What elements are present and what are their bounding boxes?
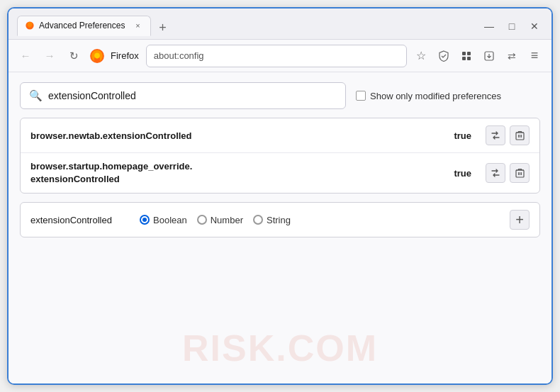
radio-string-circle <box>253 215 263 225</box>
shield-button[interactable] <box>434 46 454 66</box>
delete-button-2[interactable] <box>510 163 530 183</box>
show-modified-checkbox[interactable] <box>356 91 366 101</box>
pref-value-1: true <box>454 130 471 141</box>
svg-rect-3 <box>467 52 471 55</box>
firefox-logo <box>89 48 105 64</box>
tab-close-button[interactable]: × <box>132 20 143 31</box>
close-button[interactable]: ✕ <box>526 18 543 35</box>
window-controls: — □ ✕ <box>481 18 543 35</box>
maximize-button[interactable]: □ <box>503 18 520 35</box>
browser-window: Advanced Preferences × + — □ ✕ ← → ↻ Fir… <box>7 7 553 385</box>
tab-favicon <box>25 21 35 30</box>
watermark: RISK.COM <box>182 327 378 369</box>
radio-number-label: Number <box>211 215 243 225</box>
reload-button[interactable]: ↻ <box>64 46 84 66</box>
downloads-icon <box>483 50 495 62</box>
tab-title: Advanced Preferences <box>39 21 125 30</box>
radio-number-circle <box>197 215 207 225</box>
active-tab[interactable]: Advanced Preferences × <box>17 16 151 36</box>
back-button[interactable]: ← <box>16 46 35 66</box>
downloads-button[interactable] <box>479 46 499 66</box>
content-area: RISK.COM 🔍 extensionControlled Show only… <box>9 72 551 383</box>
forward-button[interactable]: → <box>40 46 60 66</box>
show-modified-label: Show only modified preferences <box>370 91 501 101</box>
radio-group: Boolean Number String <box>140 215 500 225</box>
swap-icon <box>491 168 500 178</box>
nav-bar: ← → ↻ Firefox about:config ☆ <box>9 40 551 72</box>
table-row: browser.startup.homepage_override.extens… <box>21 153 539 193</box>
row-actions-1 <box>486 125 530 145</box>
search-row: 🔍 extensionControlled Show only modified… <box>20 82 540 109</box>
address-url: about:config <box>154 50 204 61</box>
radio-boolean[interactable]: Boolean <box>140 215 187 225</box>
minimize-button[interactable]: — <box>481 18 498 35</box>
new-pref-name: extensionControlled <box>30 215 130 225</box>
add-pref-row: extensionControlled Boolean Number Strin… <box>20 202 540 237</box>
radio-boolean-label: Boolean <box>153 215 187 225</box>
sync-button[interactable]: ⇄ <box>502 46 522 66</box>
results-table: browser.newtab.extensionControlled true <box>20 118 540 194</box>
search-icon: 🔍 <box>29 89 43 102</box>
svg-rect-4 <box>462 57 466 60</box>
svg-rect-2 <box>462 52 466 55</box>
radio-number[interactable]: Number <box>197 215 243 225</box>
table-row: browser.newtab.extensionControlled true <box>21 118 539 153</box>
delete-button-1[interactable] <box>510 125 530 145</box>
extension-icon <box>461 50 472 62</box>
svg-rect-5 <box>467 57 471 60</box>
add-pref-button[interactable]: + <box>510 210 530 230</box>
search-value: extensionControlled <box>48 90 136 101</box>
pref-name-2: browser.startup.homepage_override.extens… <box>30 160 447 186</box>
radio-string-label: String <box>267 215 291 225</box>
address-bar[interactable]: about:config <box>146 45 407 67</box>
swap-button-2[interactable] <box>486 163 505 183</box>
pref-name-1: browser.newtab.extensionControlled <box>30 130 447 141</box>
menu-button[interactable]: ≡ <box>525 46 544 66</box>
shield-icon <box>438 50 449 62</box>
new-tab-button[interactable]: + <box>154 19 171 36</box>
delete-icon <box>515 168 525 178</box>
bookmark-button[interactable]: ☆ <box>411 46 431 66</box>
search-box[interactable]: 🔍 extensionControlled <box>20 82 346 109</box>
swap-button-1[interactable] <box>486 125 505 145</box>
pref-value-2: true <box>454 168 471 179</box>
title-bar: Advanced Preferences × + — □ ✕ <box>9 9 551 40</box>
extension-button[interactable] <box>457 46 476 66</box>
radio-boolean-circle <box>140 215 150 225</box>
tab-area: Advanced Preferences × + <box>17 16 472 36</box>
nav-icons: ☆ ⇄ <box>411 46 544 66</box>
row-actions-2 <box>486 163 530 183</box>
site-name: Firefox <box>111 50 139 61</box>
radio-string[interactable]: String <box>253 215 291 225</box>
show-modified-wrap: Show only modified preferences <box>356 91 501 101</box>
swap-icon <box>491 130 500 140</box>
delete-icon <box>515 130 525 140</box>
